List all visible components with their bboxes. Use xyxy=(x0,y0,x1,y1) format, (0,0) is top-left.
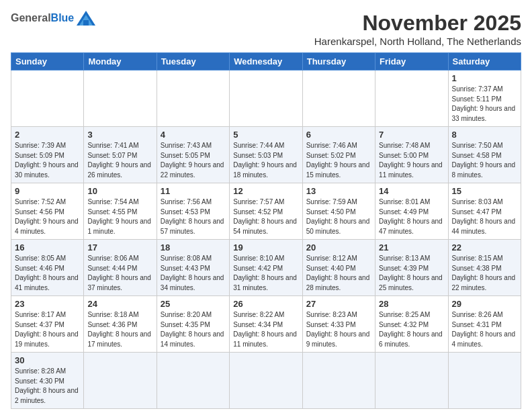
day-info: Sunrise: 7:52 AM Sunset: 4:56 PM Dayligh… xyxy=(15,197,80,236)
day-info: Sunrise: 8:10 AM Sunset: 4:42 PM Dayligh… xyxy=(233,254,298,293)
calendar-cell: 2Sunrise: 7:39 AM Sunset: 5:09 PM Daylig… xyxy=(11,127,84,183)
calendar-cell: 26Sunrise: 8:22 AM Sunset: 4:34 PM Dayli… xyxy=(230,296,302,353)
calendar-cell: 3Sunrise: 7:41 AM Sunset: 5:07 PM Daylig… xyxy=(84,127,157,183)
day-number: 23 xyxy=(15,299,80,309)
calendar-cell: 14Sunrise: 8:01 AM Sunset: 4:49 PM Dayli… xyxy=(375,183,448,240)
calendar-cell xyxy=(157,353,229,409)
calendar-week-3: 16Sunrise: 8:05 AM Sunset: 4:46 PM Dayli… xyxy=(11,240,521,296)
day-number: 27 xyxy=(306,299,371,309)
calendar-week-2: 9Sunrise: 7:52 AM Sunset: 4:56 PM Daylig… xyxy=(11,183,521,240)
calendar-cell xyxy=(230,353,302,409)
title-section: November 2025 Harenkarspel, North Hollan… xyxy=(314,11,521,47)
calendar-cell: 25Sunrise: 8:20 AM Sunset: 4:35 PM Dayli… xyxy=(157,296,229,353)
calendar-cell: 4Sunrise: 7:43 AM Sunset: 5:05 PM Daylig… xyxy=(157,127,229,183)
day-info: Sunrise: 8:17 AM Sunset: 4:37 PM Dayligh… xyxy=(15,310,80,349)
day-number: 18 xyxy=(161,242,226,253)
calendar-cell: 8Sunrise: 7:50 AM Sunset: 4:58 PM Daylig… xyxy=(448,127,521,183)
calendar-cell xyxy=(302,353,375,409)
calendar-cell: 29Sunrise: 8:26 AM Sunset: 4:31 PM Dayli… xyxy=(448,296,521,353)
day-info: Sunrise: 7:46 AM Sunset: 5:02 PM Dayligh… xyxy=(306,141,371,180)
logo-icon xyxy=(77,11,95,26)
day-number: 24 xyxy=(87,299,152,309)
calendar-week-4: 23Sunrise: 8:17 AM Sunset: 4:37 PM Dayli… xyxy=(11,296,521,353)
calendar-cell: 27Sunrise: 8:23 AM Sunset: 4:33 PM Dayli… xyxy=(302,296,375,353)
weekday-header-row: SundayMondayTuesdayWednesdayThursdayFrid… xyxy=(11,53,521,71)
logo: General Blue xyxy=(11,11,95,26)
day-info: Sunrise: 8:05 AM Sunset: 4:46 PM Dayligh… xyxy=(15,254,80,293)
calendar-cell xyxy=(302,71,375,127)
calendar-table: SundayMondayTuesdayWednesdayThursdayFrid… xyxy=(11,52,521,409)
day-number: 20 xyxy=(306,242,371,253)
weekday-header-friday: Friday xyxy=(375,53,448,71)
day-info: Sunrise: 7:54 AM Sunset: 4:55 PM Dayligh… xyxy=(87,197,152,236)
calendar-cell: 9Sunrise: 7:52 AM Sunset: 4:56 PM Daylig… xyxy=(11,183,84,240)
day-info: Sunrise: 8:28 AM Sunset: 4:30 PM Dayligh… xyxy=(15,367,80,406)
calendar-cell: 21Sunrise: 8:13 AM Sunset: 4:39 PM Dayli… xyxy=(375,240,448,296)
calendar-cell: 1Sunrise: 7:37 AM Sunset: 5:11 PM Daylig… xyxy=(448,71,521,127)
day-number: 28 xyxy=(379,299,444,309)
day-number: 22 xyxy=(452,242,517,253)
day-number: 29 xyxy=(452,299,517,309)
day-number: 16 xyxy=(15,242,80,253)
day-info: Sunrise: 8:23 AM Sunset: 4:33 PM Dayligh… xyxy=(306,310,371,349)
day-number: 5 xyxy=(233,130,298,140)
day-number: 19 xyxy=(233,242,298,253)
weekday-header-sunday: Sunday xyxy=(11,53,84,71)
calendar-cell: 24Sunrise: 8:18 AM Sunset: 4:36 PM Dayli… xyxy=(84,296,157,353)
day-number: 15 xyxy=(452,186,517,196)
calendar-cell xyxy=(375,353,448,409)
calendar-cell: 13Sunrise: 7:59 AM Sunset: 4:50 PM Dayli… xyxy=(302,183,375,240)
day-number: 21 xyxy=(379,242,444,253)
day-info: Sunrise: 7:48 AM Sunset: 5:00 PM Dayligh… xyxy=(379,141,444,180)
calendar-cell: 10Sunrise: 7:54 AM Sunset: 4:55 PM Dayli… xyxy=(84,183,157,240)
calendar-cell xyxy=(230,71,302,127)
calendar-cell xyxy=(157,71,229,127)
calendar-cell: 28Sunrise: 8:25 AM Sunset: 4:32 PM Dayli… xyxy=(375,296,448,353)
day-number: 11 xyxy=(161,186,226,196)
day-info: Sunrise: 8:18 AM Sunset: 4:36 PM Dayligh… xyxy=(87,310,152,349)
weekday-header-saturday: Saturday xyxy=(448,53,521,71)
calendar-cell xyxy=(84,71,157,127)
day-info: Sunrise: 8:06 AM Sunset: 4:44 PM Dayligh… xyxy=(87,254,152,293)
calendar-cell: 5Sunrise: 7:44 AM Sunset: 5:03 PM Daylig… xyxy=(230,127,302,183)
day-info: Sunrise: 8:13 AM Sunset: 4:39 PM Dayligh… xyxy=(379,254,444,293)
day-info: Sunrise: 8:03 AM Sunset: 4:47 PM Dayligh… xyxy=(452,197,517,236)
weekday-header-tuesday: Tuesday xyxy=(157,53,229,71)
day-number: 10 xyxy=(87,186,152,196)
calendar-cell: 18Sunrise: 8:08 AM Sunset: 4:43 PM Dayli… xyxy=(157,240,229,296)
day-info: Sunrise: 8:20 AM Sunset: 4:35 PM Dayligh… xyxy=(161,310,226,349)
calendar-cell: 12Sunrise: 7:57 AM Sunset: 4:52 PM Dayli… xyxy=(230,183,302,240)
day-info: Sunrise: 7:56 AM Sunset: 4:53 PM Dayligh… xyxy=(161,197,226,236)
calendar-week-1: 2Sunrise: 7:39 AM Sunset: 5:09 PM Daylig… xyxy=(11,127,521,183)
day-info: Sunrise: 8:01 AM Sunset: 4:49 PM Dayligh… xyxy=(379,197,444,236)
month-title: November 2025 xyxy=(314,11,521,36)
calendar-cell: 15Sunrise: 8:03 AM Sunset: 4:47 PM Dayli… xyxy=(448,183,521,240)
calendar-week-0: 1Sunrise: 7:37 AM Sunset: 5:11 PM Daylig… xyxy=(11,71,521,127)
day-number: 30 xyxy=(15,355,80,365)
day-info: Sunrise: 7:39 AM Sunset: 5:09 PM Dayligh… xyxy=(15,141,80,180)
day-info: Sunrise: 8:26 AM Sunset: 4:31 PM Dayligh… xyxy=(452,310,517,349)
weekday-header-thursday: Thursday xyxy=(302,53,375,71)
day-info: Sunrise: 7:50 AM Sunset: 4:58 PM Dayligh… xyxy=(452,141,517,180)
day-info: Sunrise: 8:15 AM Sunset: 4:38 PM Dayligh… xyxy=(452,254,517,293)
day-number: 14 xyxy=(379,186,444,196)
day-number: 4 xyxy=(161,130,226,140)
day-info: Sunrise: 7:43 AM Sunset: 5:05 PM Dayligh… xyxy=(161,141,226,180)
day-number: 2 xyxy=(15,130,80,140)
calendar-cell: 6Sunrise: 7:46 AM Sunset: 5:02 PM Daylig… xyxy=(302,127,375,183)
day-info: Sunrise: 8:25 AM Sunset: 4:32 PM Dayligh… xyxy=(379,310,444,349)
day-number: 7 xyxy=(379,130,444,140)
day-number: 17 xyxy=(87,242,152,253)
calendar-cell xyxy=(84,353,157,409)
calendar-cell: 30Sunrise: 8:28 AM Sunset: 4:30 PM Dayli… xyxy=(11,353,84,409)
day-info: Sunrise: 8:22 AM Sunset: 4:34 PM Dayligh… xyxy=(233,310,298,349)
day-number: 8 xyxy=(452,130,517,140)
calendar-cell: 22Sunrise: 8:15 AM Sunset: 4:38 PM Dayli… xyxy=(448,240,521,296)
day-info: Sunrise: 7:41 AM Sunset: 5:07 PM Dayligh… xyxy=(87,141,152,180)
page-header: General Blue November 2025 Harenkarspel,… xyxy=(11,11,521,47)
day-number: 1 xyxy=(452,73,517,83)
logo-blue-text: Blue xyxy=(51,12,75,24)
calendar-cell: 19Sunrise: 8:10 AM Sunset: 4:42 PM Dayli… xyxy=(230,240,302,296)
calendar-cell xyxy=(448,353,521,409)
calendar-cell: 11Sunrise: 7:56 AM Sunset: 4:53 PM Dayli… xyxy=(157,183,229,240)
